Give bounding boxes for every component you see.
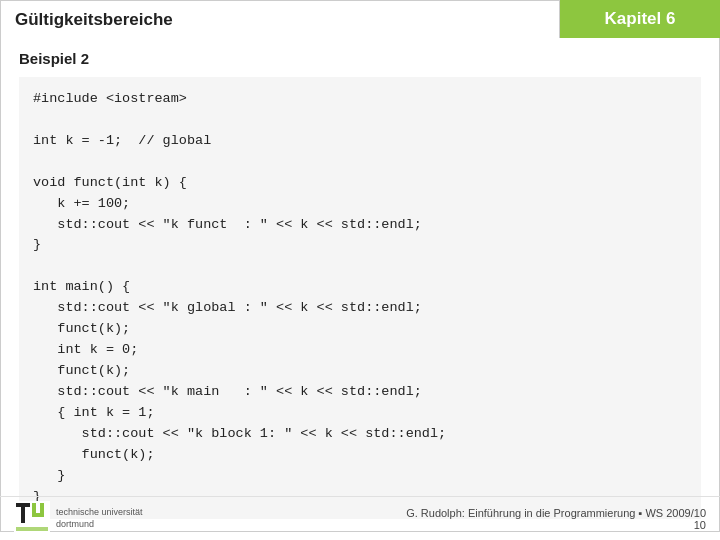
kapitel-badge: Kapitel 6 [560, 0, 720, 38]
content-area: Beispiel 2 #include <iostream> int k = -… [0, 38, 720, 532]
svg-rect-5 [40, 503, 44, 517]
footer-text: G. Rudolph: Einführung in die Programmie… [406, 507, 706, 531]
slide-title: Gültigkeitsbereiche [0, 0, 560, 38]
svg-rect-3 [32, 503, 36, 517]
beispiel-title: Beispiel 2 [19, 50, 701, 67]
svg-rect-2 [21, 503, 25, 523]
footer: technische universitätdortmund G. Rudolp… [0, 496, 720, 540]
header: Gültigkeitsbereiche Kapitel 6 [0, 0, 720, 38]
code-block: #include <iostream> int k = -1; // globa… [19, 77, 701, 519]
tu-logo-icon [14, 501, 50, 537]
tu-logo: technische universitätdortmund [14, 501, 143, 537]
tu-name: technische universitätdortmund [56, 507, 143, 530]
svg-rect-6 [16, 527, 48, 531]
